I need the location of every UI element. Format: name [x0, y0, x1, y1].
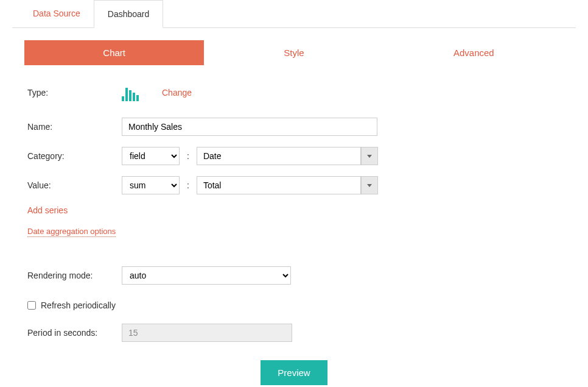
- tab-dashboard[interactable]: Dashboard: [94, 0, 164, 28]
- row-category: Category: field :: [27, 147, 561, 165]
- row-rendering-mode: Rendering mode: auto: [27, 266, 561, 285]
- colon-separator: :: [184, 151, 192, 161]
- row-type: Type: Change: [27, 83, 561, 102]
- subtab-chart[interactable]: Chart: [24, 40, 204, 65]
- preview-button[interactable]: Preview: [261, 360, 327, 385]
- label-type: Type:: [27, 88, 122, 98]
- label-period: Period in seconds:: [27, 328, 122, 338]
- subtab-style[interactable]: Style: [204, 40, 383, 65]
- value-field-input[interactable]: [197, 176, 361, 194]
- row-refresh: Refresh periodically: [27, 300, 561, 310]
- category-field-input[interactable]: [197, 147, 361, 165]
- value-field-combo: [197, 176, 378, 194]
- row-date-agg: Date aggregation options: [27, 226, 561, 237]
- colon-separator: :: [184, 180, 192, 190]
- tab-data-source[interactable]: Data Source: [19, 0, 94, 27]
- value-mode-select[interactable]: sum: [122, 176, 180, 194]
- name-input[interactable]: [122, 118, 377, 136]
- sub-tabs: Chart Style Advanced: [24, 40, 564, 65]
- top-tabs: Data Source Dashboard: [12, 0, 576, 28]
- category-field-dropdown-button[interactable]: [361, 147, 378, 165]
- period-input[interactable]: [122, 324, 292, 342]
- label-category: Category:: [27, 151, 122, 161]
- category-field-combo: [197, 147, 378, 165]
- refresh-checkbox[interactable]: [27, 301, 36, 310]
- label-refresh: Refresh periodically: [41, 300, 116, 310]
- category-mode-select[interactable]: field: [122, 147, 180, 165]
- change-link[interactable]: Change: [162, 88, 192, 98]
- add-series-link[interactable]: Add series: [27, 205, 68, 215]
- row-value: Value: sum :: [27, 176, 561, 194]
- row-period: Period in seconds:: [27, 324, 561, 342]
- row-name: Name:: [27, 118, 561, 136]
- rendering-mode-select[interactable]: auto: [122, 266, 291, 285]
- label-value: Value:: [27, 180, 122, 190]
- form-area: Type: Change Name: Category: field :: [0, 65, 588, 385]
- value-field-dropdown-button[interactable]: [361, 176, 378, 194]
- subtab-advanced[interactable]: Advanced: [384, 40, 564, 65]
- row-add-series: Add series: [27, 205, 561, 215]
- date-aggregation-link[interactable]: Date aggregation options: [27, 227, 116, 237]
- label-rendering-mode: Rendering mode:: [27, 271, 122, 280]
- label-name: Name:: [27, 122, 122, 132]
- bar-chart-icon: [122, 84, 139, 101]
